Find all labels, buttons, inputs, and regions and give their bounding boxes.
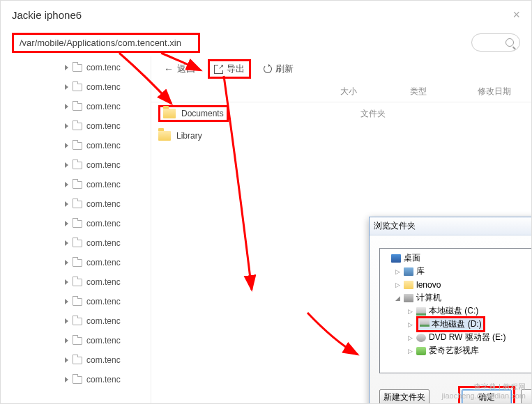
back-button[interactable]: ← 返回	[164, 63, 195, 75]
sidebar-item-label: com.tenc	[86, 375, 121, 384]
back-arrow-icon: ←	[164, 63, 174, 75]
folder-icon	[73, 162, 82, 169]
chevron-right-icon	[65, 143, 68, 148]
folder-icon	[73, 357, 82, 364]
sidebar-item[interactable]: com.tenc	[1, 77, 151, 97]
disk-icon	[416, 307, 426, 316]
export-button[interactable]: 导出	[208, 59, 251, 79]
column-headers: 大小 类型 修改日期	[151, 81, 531, 102]
close-icon[interactable]: ×	[512, 8, 520, 22]
folder-tree[interactable]: 桌面 ▷库 ▷lenovo ◢计算机 ▷本地磁盘 (C:) ▷ 本地磁盘 (D:…	[379, 248, 532, 373]
path-input[interactable]: /var/mobile/Applications/com.tencent.xin	[12, 33, 200, 53]
sidebar-item-label: com.tenc	[86, 316, 121, 326]
sidebar-item[interactable]: com.tenc	[1, 136, 151, 155]
tree-desktop[interactable]: 桌面	[381, 251, 532, 265]
sidebar-item[interactable]: com.tenc	[1, 58, 151, 77]
sidebar-item[interactable]: com.tenc	[1, 233, 151, 253]
sidebar: com.tenccom.tenccom.tenccom.tenccom.tenc…	[1, 56, 151, 403]
folder-icon	[73, 240, 82, 247]
sidebar-item[interactable]: com.tenc	[1, 370, 151, 389]
chevron-right-icon	[65, 65, 68, 70]
sidebar-item[interactable]: com.tenc	[1, 253, 151, 272]
sidebar-item-label: com.tenc	[86, 160, 121, 170]
sidebar-item[interactable]: com.tenc	[1, 350, 151, 370]
folder-icon	[73, 181, 82, 189]
sidebar-item-label: com.tenc	[86, 297, 121, 306]
new-folder-button[interactable]: 新建文件夹	[379, 389, 430, 404]
sidebar-item-label: com.tenc	[86, 199, 121, 209]
chevron-right-icon	[65, 123, 68, 129]
sidebar-item-label: com.tenc	[86, 141, 121, 150]
sidebar-item-label: com.tenc	[86, 277, 121, 287]
chevron-right-icon	[65, 240, 68, 246]
folder-icon	[73, 64, 82, 72]
chevron-right-icon	[65, 338, 68, 343]
sidebar-item[interactable]: com.tenc	[1, 311, 151, 331]
sidebar-item-label: com.tenc	[86, 180, 121, 189]
chevron-right-icon	[65, 318, 68, 324]
tree-computer[interactable]: ◢计算机	[381, 291, 532, 304]
refresh-label: 刷新	[275, 63, 294, 75]
chevron-right-icon	[65, 104, 68, 109]
sidebar-item[interactable]: com.tenc	[1, 194, 151, 214]
sidebar-item[interactable]: com.tenc	[1, 97, 151, 116]
file-name: Library	[176, 131, 202, 141]
sidebar-item[interactable]: com.tenc	[1, 116, 151, 136]
disk-icon	[420, 318, 430, 327]
sidebar-item[interactable]: com.tenc	[1, 292, 151, 311]
sidebar-item[interactable]: com.tenc	[1, 331, 151, 350]
search-box[interactable]	[471, 33, 520, 52]
header-type: 类型	[380, 86, 457, 98]
export-icon	[214, 65, 223, 74]
sidebar-item[interactable]: com.tenc	[1, 175, 151, 194]
sidebar-item-label: com.tenc	[86, 63, 121, 72]
library-icon	[404, 267, 413, 276]
folder-icon	[73, 103, 82, 111]
app-icon	[416, 347, 426, 355]
path-row: /var/mobile/Applications/com.tencent.xin	[1, 29, 531, 56]
sidebar-item-label: com.tenc	[86, 238, 121, 248]
folder-icon	[73, 259, 82, 267]
desktop-icon	[391, 254, 401, 263]
sidebar-item-label: com.tenc	[86, 121, 121, 131]
chevron-right-icon	[65, 182, 68, 187]
sidebar-item-label: com.tenc	[86, 82, 121, 92]
file-row-documents[interactable]: Documents 文件夹	[151, 102, 531, 125]
folder-icon	[73, 318, 82, 325]
folder-icon	[73, 279, 82, 286]
chevron-right-icon	[65, 201, 68, 207]
computer-icon	[404, 294, 413, 302]
dialog-title-bar[interactable]: 浏览文件夹 X	[370, 217, 532, 235]
tree-lenovo[interactable]: ▷lenovo	[381, 278, 532, 291]
sidebar-item[interactable]: com.tenc	[1, 155, 151, 175]
folder-icon	[73, 220, 82, 228]
chevron-right-icon	[65, 377, 68, 382]
export-label: 导出	[227, 63, 245, 75]
content-pane: ← 返回 导出 刷新 大小 类型 修改日期 Documents 文件夹	[151, 56, 531, 403]
tree-iqiyi[interactable]: ▷爱奇艺影视库	[381, 344, 532, 357]
folder-icon	[73, 123, 82, 130]
toolbar: ← 返回 导出 刷新	[151, 56, 531, 81]
refresh-button[interactable]: 刷新	[264, 63, 294, 75]
tree-disk-d[interactable]: ▷ 本地磁盘 (D:)	[381, 318, 532, 331]
refresh-icon	[264, 65, 272, 73]
browse-folder-dialog: 浏览文件夹 X 桌面 ▷库 ▷lenovo ◢计算机 ▷本地磁盘 (C:) ▷ …	[369, 217, 532, 404]
sidebar-item-label: com.tenc	[86, 355, 121, 365]
file-row-library[interactable]: Library	[151, 125, 531, 147]
tree-dvd[interactable]: ▷DVD RW 驱动器 (E:)	[381, 331, 532, 344]
file-type: 文件夹	[360, 108, 386, 120]
sidebar-item[interactable]: com.tenc	[1, 214, 151, 233]
search-icon	[506, 38, 514, 47]
main-area: com.tenccom.tenccom.tenccom.tenccom.tenc…	[1, 56, 531, 403]
tree-library[interactable]: ▷库	[381, 265, 532, 278]
folder-icon	[73, 298, 82, 306]
chevron-right-icon	[65, 357, 68, 363]
title-bar: Jackie iphone6 ×	[1, 1, 531, 29]
sidebar-item-label: com.tenc	[86, 258, 121, 267]
sidebar-item-label: com.tenc	[86, 219, 121, 228]
sidebar-item[interactable]: com.tenc	[1, 272, 151, 292]
folder-icon	[73, 337, 82, 345]
folder-icon	[158, 131, 171, 141]
chevron-right-icon	[65, 299, 68, 304]
chevron-right-icon	[65, 279, 68, 285]
